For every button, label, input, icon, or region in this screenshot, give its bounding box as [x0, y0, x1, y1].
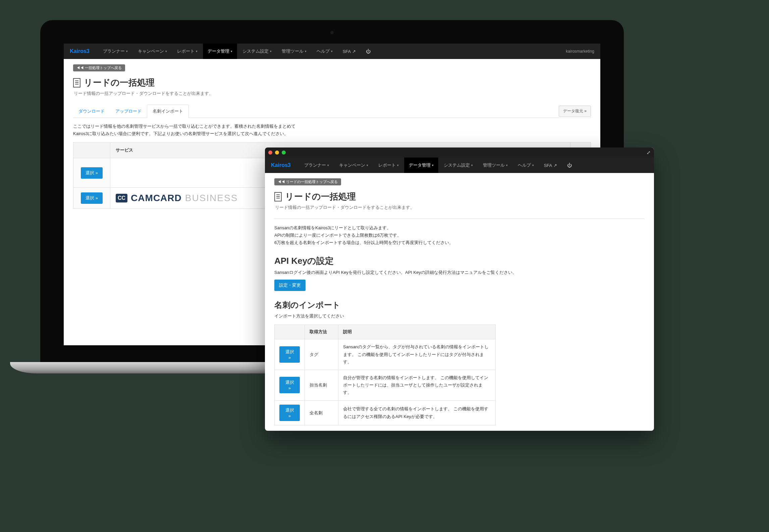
- zoom-icon[interactable]: [282, 151, 286, 155]
- nav-report[interactable]: レポート▾: [172, 44, 202, 59]
- select-all-button[interactable]: 選択 »: [279, 405, 300, 421]
- intro-text-1: ここではリード情報を他の名刺管理サービスから一括で取り込むことができます。蓄積さ…: [73, 123, 591, 130]
- external-link-icon: ↗: [352, 49, 356, 54]
- nav-power[interactable]: ⏻: [361, 44, 375, 59]
- nav-data-mgmt[interactable]: データ管理▾: [203, 44, 237, 59]
- method-name: タグ: [305, 339, 338, 370]
- import-heading: 名刺のインポート: [274, 300, 645, 310]
- chevron-down-icon: ▾: [432, 164, 434, 167]
- nav-label: 管理ツール: [282, 48, 304, 54]
- power-icon: ⏻: [366, 49, 371, 54]
- nav-sfa[interactable]: SFA ↗: [338, 44, 361, 59]
- th-desc: 説明: [338, 325, 496, 339]
- select-tag-button[interactable]: 選択 »: [279, 346, 300, 363]
- th-method: 取得方法: [305, 325, 338, 339]
- nav-admin-tools[interactable]: 管理ツール▾: [277, 44, 311, 59]
- method-desc: 自分が管理する名刺の情報をインポートします。 この機能を使用してインポートしたリ…: [338, 370, 496, 400]
- method-desc: 会社で管理する全ての名刺の情報をインポートします。 この機能を使用するにはアクセ…: [338, 401, 496, 425]
- chevron-down-icon: ▾: [532, 164, 534, 167]
- window-titlebar[interactable]: ⤢: [265, 147, 654, 158]
- api-key-desc: Sansanログイン後の画面よりAPI Keyを発行し設定してください。API …: [274, 269, 645, 276]
- nav-label: キャンペーン: [339, 162, 365, 168]
- notice-line: Sansanの名刺情報をKairos3にリードとして取り込みます。: [274, 224, 645, 232]
- nav-label: ヘルプ: [317, 48, 330, 54]
- nav-label: レポート: [378, 162, 396, 168]
- external-link-icon: ↗: [553, 163, 557, 168]
- notice-line: 6万枚を超える名刺をインポートする場合は、5分以上時間を空けて再度実行してくださ…: [274, 239, 645, 246]
- nav-report[interactable]: レポート▾: [374, 158, 403, 173]
- chevron-down-icon: ▾: [126, 50, 128, 53]
- chevron-down-icon: ▾: [471, 164, 473, 167]
- select-owned-button[interactable]: 選択 »: [279, 377, 300, 393]
- table-row: 選択 » タグ Sansanのタグ一覧から、タグが付与されている名刺の情報をイン…: [275, 339, 496, 370]
- table-row: 選択 » 全名刺 会社で管理する全ての名刺の情報をインポートします。 この機能を…: [275, 401, 496, 425]
- chevron-down-icon: ▾: [231, 50, 232, 53]
- method-desc: Sansanのタグ一覧から、タグが付与されている名刺の情報をインポートします。 …: [338, 339, 496, 370]
- nav-system[interactable]: システム設定▾: [439, 158, 478, 173]
- chevron-down-icon: ▾: [331, 50, 333, 53]
- divider: [274, 219, 645, 219]
- nav-label: システム設定: [242, 48, 269, 54]
- select-sansan-button[interactable]: 選択 »: [81, 167, 103, 179]
- minimize-icon[interactable]: [275, 151, 279, 155]
- nav-data-mgmt[interactable]: データ管理▾: [404, 158, 438, 173]
- nav-label: レポート: [177, 48, 195, 54]
- tab-upload[interactable]: アップロード: [110, 105, 147, 118]
- document-icon: [274, 192, 282, 201]
- select-camcard-button[interactable]: 選択 »: [81, 192, 103, 204]
- page-title: リードの一括処理: [285, 191, 356, 202]
- nav-help[interactable]: ヘルプ▾: [312, 44, 337, 59]
- nav-sfa[interactable]: SFA ↗: [539, 158, 562, 173]
- nav-planner[interactable]: プランナー▾: [299, 158, 334, 173]
- page-subtitle: リード情報の一括アップロード・ダウンロードをすることが出来ます。: [275, 204, 645, 211]
- import-method-table: 取得方法 説明 選択 » タグ Sansanのタグ一覧から、タグが付与されている…: [274, 324, 496, 425]
- camera-dot: [330, 31, 334, 34]
- brand-logo[interactable]: Kairos3: [70, 48, 90, 54]
- nav-planner[interactable]: プランナー▾: [98, 44, 132, 59]
- nav-system[interactable]: システム設定▾: [238, 44, 276, 59]
- expand-icon[interactable]: ⤢: [647, 150, 651, 155]
- traffic-lights: [268, 151, 286, 155]
- nav-power[interactable]: ⏻: [562, 158, 576, 173]
- tab-bar: ダウンロード アップロード 名刺インポート データ復元 »: [73, 105, 591, 118]
- tab-bizcard-import[interactable]: 名刺インポート: [147, 105, 189, 118]
- top-nav: Kairos3 プランナー▾ キャンペーン▾ レポート▾ データ管理▾ システム…: [64, 44, 600, 59]
- account-name[interactable]: kairosmarketing: [566, 49, 594, 54]
- notice-line: APIの制限により一度にインポートできる上限枚数は6万枚です。: [274, 232, 645, 239]
- nav-help[interactable]: ヘルプ▾: [513, 158, 539, 173]
- document-icon: [73, 78, 80, 87]
- method-name: 全名刺: [305, 401, 338, 425]
- chevron-down-icon: ▾: [397, 164, 399, 167]
- app-content: ◀◀ リードの一括処理トップへ戻る リードの一括処理 リード情報の一括アップロー…: [265, 173, 654, 431]
- back-link[interactable]: ◀◀ リードの一括処理トップへ戻る: [274, 178, 341, 185]
- power-icon: ⏻: [567, 163, 572, 168]
- tab-download[interactable]: ダウンロード: [73, 105, 110, 118]
- nav-label: 管理ツール: [483, 162, 505, 168]
- page-subtitle: リード情報の一括アップロード・ダウンロードをすることが出来ます。: [74, 91, 591, 97]
- import-sub: インポート方法を選択してください: [274, 312, 645, 320]
- nav-admin-tools[interactable]: 管理ツール▾: [478, 158, 512, 173]
- floating-window: ⤢ Kairos3 プランナー▾ キャンペーン▾ レポート▾ データ管理▾ シス…: [265, 147, 654, 431]
- nav-campaign[interactable]: キャンペーン▾: [133, 44, 172, 59]
- cc-badge: CC: [116, 194, 127, 202]
- chevron-down-icon: ▾: [196, 50, 198, 53]
- nav-label: システム設定: [444, 162, 470, 168]
- brand-logo[interactable]: Kairos3: [271, 162, 291, 168]
- chevron-down-icon: ▾: [367, 164, 368, 167]
- api-key-config-button[interactable]: 設定・変更: [274, 280, 306, 291]
- nav-label: キャンペーン: [138, 48, 164, 54]
- chevron-down-icon: ▾: [305, 50, 307, 53]
- data-restore-button[interactable]: データ復元 »: [559, 106, 591, 117]
- top-nav: Kairos3 プランナー▾ キャンペーン▾ レポート▾ データ管理▾ システム…: [265, 158, 654, 173]
- nav-label: SFA: [544, 163, 552, 168]
- nav-label: データ管理: [409, 162, 431, 168]
- cc-sub: BUSINESS: [185, 193, 238, 203]
- chevron-down-icon: ▾: [506, 164, 508, 167]
- chevron-down-icon: ▾: [270, 50, 272, 53]
- nav-label: ヘルプ: [518, 162, 531, 168]
- table-row: 選択 » 担当名刺 自分が管理する名刺の情報をインポートします。 この機能を使用…: [275, 370, 496, 400]
- back-link[interactable]: ◀◀ 一括処理トップへ戻る: [73, 64, 125, 71]
- nav-label: データ管理: [208, 48, 229, 54]
- nav-campaign[interactable]: キャンペーン▾: [334, 158, 373, 173]
- close-icon[interactable]: [268, 151, 272, 155]
